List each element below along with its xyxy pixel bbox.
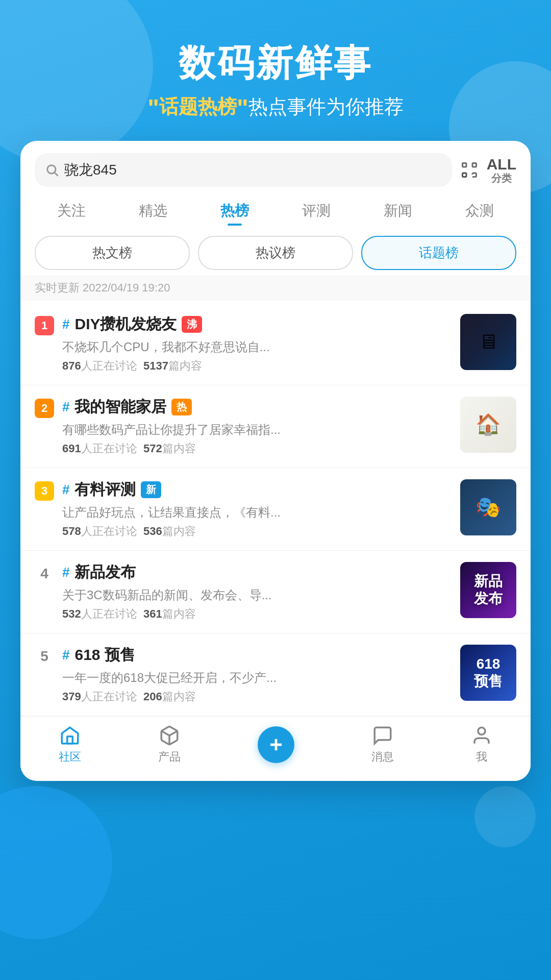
nav-label-community: 社区 [59,749,81,765]
item-title-row-3: # 有料评测 新 [62,479,452,500]
list-item[interactable]: 4 # 新品发布 关于3C数码新品的新闻、发布会、导... 532人正在讨论 3… [20,551,531,633]
nav-item-products[interactable]: 产品 [158,725,181,765]
item-content-3: # 有料评测 新 让产品好玩点，让结果直接点，《有料... 578人正在讨论 5… [62,479,452,539]
item-title-2: 我的智能家居 [74,397,166,418]
hash-icon: # [62,399,69,415]
item-title-row-4: # 新品发布 [62,562,452,583]
list-item[interactable]: 5 # 618 预售 一年一度的618大促已经开启，不少产... 379人正在讨… [20,633,531,716]
thumb-text-4: 新品发布 [474,573,503,607]
item-thumb-5: 618预售 [460,645,516,701]
nav-label-me: 我 [476,749,487,765]
subtitle-suffix: 热点事件为你推荐 [248,96,404,117]
item-stats-4: 532人正在讨论 361篇内容 [62,606,452,622]
svg-rect-4 [462,173,466,177]
main-card: 骁龙845 ALL 分类 关注 精选 热榜 评测 新闻 众测 热文榜 [20,141,531,781]
item-title-1: DIY攒机发烧友 [74,314,177,335]
svg-point-13 [478,727,485,734]
item-title-row-1: # DIY攒机发烧友 沸 [62,314,452,335]
add-button[interactable] [258,726,294,763]
update-time: 实时更新 2022/04/19 19:20 [20,275,531,301]
item-thumb-3 [460,479,516,535]
item-title-3: 有料评测 [74,479,136,500]
tab-news[interactable]: 新闻 [378,197,418,225]
rank-badge-2: 2 [35,399,54,418]
subtab-hottext[interactable]: 热文榜 [35,236,190,270]
subtab-hotdiscuss[interactable]: 热议榜 [198,236,353,270]
item-stats-3: 578人正在讨论 536篇内容 [62,524,452,539]
item-desc-5: 一年一度的618大促已经开启，不少产... [62,670,452,686]
hash-icon: # [62,565,69,580]
nav-label-messages: 消息 [371,749,394,765]
topic-list: 1 # DIY攒机发烧友 沸 不烧坏几个CPU，我都不好意思说自... 876人… [20,303,531,716]
box-icon [159,725,180,746]
item-content-5: # 618 预售 一年一度的618大促已经开启，不少产... 379人正在讨论 … [62,645,452,704]
item-title-5: 618 预售 [74,645,135,666]
item-title-row-5: # 618 预售 [62,645,452,666]
item-content-4: # 新品发布 关于3C数码新品的新闻、发布会、导... 532人正在讨论 361… [62,562,452,622]
search-input[interactable]: 骁龙845 [64,160,117,180]
tab-crowdtest[interactable]: 众测 [459,197,500,225]
item-content-2: # 我的智能家居 热 有哪些数码产品让你提升了居家幸福指... 691人正在讨论… [62,397,452,456]
svg-line-1 [55,173,58,176]
tag-hot-2: 热 [171,399,192,415]
rank-badge-1: 1 [35,316,54,335]
item-title-row-2: # 我的智能家居 热 [62,397,452,418]
message-icon [372,725,393,746]
subtab-hottopic[interactable]: 话题榜 [361,236,516,270]
tab-review[interactable]: 评测 [296,197,337,225]
tag-boiling-1: 沸 [182,316,202,333]
nav-item-me[interactable]: 我 [471,725,492,765]
nav-item-community[interactable]: 社区 [59,725,81,765]
bg-decor-circle-3 [0,786,112,939]
nav-label-products: 产品 [158,749,181,765]
item-stats-1: 876人正在讨论 5137篇内容 [62,358,452,374]
item-thumb-4: 新品发布 [460,562,516,618]
item-desc-2: 有哪些数码产品让你提升了居家幸福指... [62,422,452,438]
list-item[interactable]: 1 # DIY攒机发烧友 沸 不烧坏几个CPU，我都不好意思说自... 876人… [20,303,531,385]
bottom-nav: 社区 产品 消息 [20,716,531,771]
hash-icon: # [62,316,69,332]
item-thumb-1 [460,314,516,370]
list-item[interactable]: 3 # 有料评测 新 让产品好玩点，让结果直接点，《有料... 578人正在讨论… [20,468,531,551]
item-stats-2: 691人正在讨论 572篇内容 [62,441,452,456]
tab-featured[interactable]: 精选 [133,197,173,225]
svg-point-0 [47,165,56,173]
svg-rect-9 [67,736,73,743]
tab-hot[interactable]: 热榜 [214,197,255,225]
item-desc-4: 关于3C数码新品的新闻、发布会、导... [62,587,452,603]
hash-icon: # [62,482,69,498]
home-icon [59,725,81,746]
user-icon [471,725,492,746]
list-item[interactable]: 2 # 我的智能家居 热 有哪些数码产品让你提升了居家幸福指... 691人正在… [20,385,531,468]
item-desc-3: 让产品好玩点，让结果直接点，《有料... [62,504,452,521]
item-desc-1: 不烧坏几个CPU，我都不好意思说自... [62,339,452,355]
subtitle-highlight: 话题热榜 [159,96,237,117]
tag-new-3: 新 [141,481,161,498]
nav-tabs: 关注 精选 热榜 评测 新闻 众测 [20,192,531,228]
rank-badge-4: 4 [35,564,54,583]
quote-open: " [147,94,159,121]
search-input-wrap[interactable]: 骁龙845 [35,153,452,187]
hash-icon: # [62,647,69,663]
tab-follow[interactable]: 关注 [51,197,92,225]
item-thumb-2 [460,397,516,453]
nav-item-messages[interactable]: 消息 [371,725,394,765]
add-icon [266,735,286,754]
rank-badge-3: 3 [35,481,54,501]
sub-tabs: 热文榜 热议榜 话题榜 [20,228,531,275]
item-stats-5: 379人正在讨论 206篇内容 [62,689,452,704]
item-content-1: # DIY攒机发烧友 沸 不烧坏几个CPU，我都不好意思说自... 876人正在… [62,314,452,374]
nav-item-add[interactable] [258,726,294,763]
quote-close: " [237,94,248,121]
thumb-text-5: 618预售 [474,655,503,690]
item-title-4: 新品发布 [74,562,136,583]
rank-badge-5: 5 [35,647,54,666]
search-icon [45,163,59,177]
bg-decor-circle-4 [474,786,536,847]
